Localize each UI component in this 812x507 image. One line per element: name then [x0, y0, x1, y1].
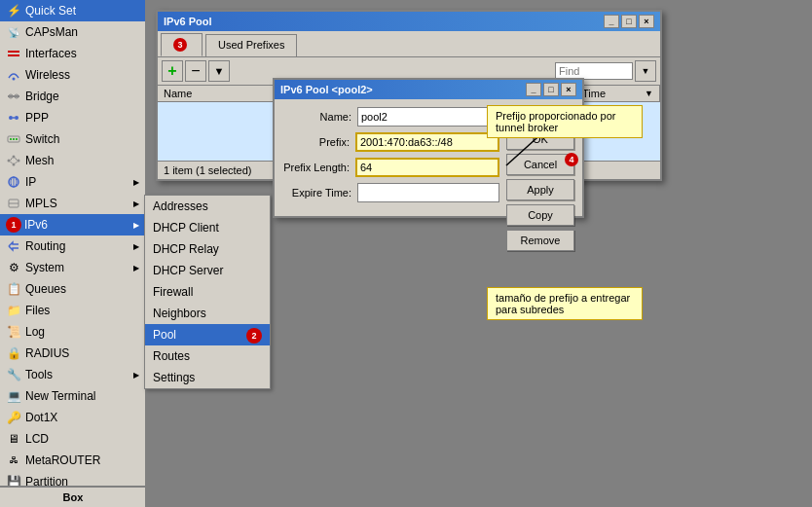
sidebar-item-log[interactable]: 📜 Log [0, 321, 145, 343]
submenu-dhcp-relay[interactable]: DHCP Relay [145, 238, 270, 260]
remove-button-dialog[interactable]: Remove [506, 230, 574, 251]
sidebar-item-lcd[interactable]: 🖥 LCD [0, 428, 145, 450]
submenu-pool[interactable]: Pool 2 [145, 324, 270, 345]
sidebar-label-wireless: Wireless [25, 68, 139, 82]
files-icon: 📁 [6, 303, 21, 318]
pool-window-maximize[interactable]: □ [621, 15, 637, 28]
sidebar-item-queues[interactable]: 📋 Queues [0, 278, 145, 300]
sidebar-item-mpls[interactable]: MPLS ▶ [0, 193, 145, 214]
field-input-expire-time[interactable] [357, 183, 499, 202]
sidebar-item-capsman[interactable]: 📡 CAPsMan [0, 21, 145, 43]
pool-dialog-title: IPv6 Pool <pool2> [280, 84, 373, 95]
prefix-callout: Prefijo proporcionado por tunnel broker [487, 105, 643, 138]
svg-line-19 [16, 162, 18, 163]
sidebar-label-tools: Tools [25, 368, 133, 381]
submenu-dhcp-server[interactable]: DHCP Server [145, 260, 270, 281]
sidebar-label-bridge: Bridge [25, 90, 139, 103]
sidebar-label-metarouter: MetaROUTER [25, 453, 139, 467]
svg-point-10 [10, 138, 12, 140]
badge-4-container: 4 [565, 152, 578, 166]
sidebar-item-quick-set[interactable]: ⚡ Quick Set [0, 0, 145, 21]
svg-point-13 [8, 160, 11, 163]
field-label-expire-time: Expire Time: [282, 187, 357, 199]
sidebar-item-ppp[interactable]: PPP [0, 107, 145, 128]
pool-window-close[interactable]: × [639, 15, 654, 28]
apply-button[interactable]: Apply [506, 179, 574, 200]
mpls-arrow: ▶ [133, 199, 139, 208]
sidebar-item-metarouter[interactable]: 🖧 MetaROUTER [0, 450, 145, 471]
sidebar-label-routing: Routing [25, 239, 133, 253]
prefix-length-callout-text: tamaño de prefijo a entregar para subred… [496, 292, 630, 315]
submenu-addresses[interactable]: Addresses [145, 196, 270, 217]
tools-arrow: ▶ [133, 371, 139, 380]
find-dropdown[interactable]: ▼ [635, 60, 656, 82]
col-name-label: Name [164, 88, 192, 99]
svg-point-11 [13, 138, 15, 140]
filter-button[interactable]: ▼ [208, 60, 230, 82]
sidebar-label-ipv6: IPv6 [24, 218, 133, 232]
sidebar-label-ip: IP [25, 175, 133, 189]
system-arrow: ▶ [133, 264, 139, 272]
badge-3: 3 [173, 38, 187, 52]
pool-dialog: IPv6 Pool <pool2> _ □ × Name: Prefix: [273, 78, 584, 218]
sidebar-item-bridge[interactable]: Bridge [0, 86, 145, 107]
tab-pools[interactable]: 3 [161, 33, 203, 56]
interfaces-icon [6, 46, 21, 61]
form-row-prefix: Prefix: [282, 132, 499, 152]
routing-icon [6, 238, 21, 254]
sidebar-item-dot1x[interactable]: 🔑 Dot1X [0, 407, 145, 428]
sidebar-label-files: Files [25, 304, 139, 317]
submenu-pool-label: Pool [153, 328, 176, 342]
sidebar-item-system[interactable]: ⚙ System ▶ [0, 257, 145, 278]
cancel-label: Cancel [524, 159, 557, 170]
submenu-firewall[interactable]: Firewall [145, 281, 270, 303]
svg-point-12 [16, 138, 18, 140]
routing-arrow: ▶ [133, 242, 139, 251]
sidebar-item-radius[interactable]: 🔒 RADIUS [0, 343, 145, 364]
mesh-icon [6, 153, 21, 168]
form-row-name: Name: [282, 107, 499, 127]
sidebar-item-tools[interactable]: 🔧 Tools ▶ [0, 364, 145, 385]
sidebar-item-routing[interactable]: Routing ▶ [0, 235, 145, 257]
sidebar-item-files[interactable]: 📁 Files [0, 300, 145, 321]
submenu-dhcp-client[interactable]: DHCP Client [145, 217, 270, 238]
quick-set-icon: ⚡ [6, 3, 21, 18]
pool-dialog-close[interactable]: × [561, 83, 576, 96]
copy-label: Copy [528, 209, 553, 221]
submenu-settings[interactable]: Settings [145, 367, 270, 388]
switch-icon [6, 131, 21, 147]
copy-button[interactable]: Copy [506, 204, 574, 226]
sidebar-item-new-terminal[interactable]: 💻 New Terminal [0, 385, 145, 407]
sidebar-item-ip[interactable]: IP ▶ [0, 171, 145, 193]
sidebar-item-mesh[interactable]: Mesh [0, 150, 145, 171]
log-icon: 📜 [6, 324, 21, 340]
pool-dialog-maximize[interactable]: □ [543, 83, 559, 96]
sidebar-item-ipv6[interactable]: 1 IPv6 ▶ [0, 214, 145, 235]
form-row-expire-time: Expire Time: [282, 183, 499, 202]
pool-dialog-minimize[interactable]: _ [526, 83, 541, 96]
field-input-prefix[interactable] [355, 132, 499, 152]
submenu-neighbors[interactable]: Neighbors [145, 303, 270, 324]
sidebar-label-ppp: PPP [25, 111, 139, 125]
sidebar-item-wireless[interactable]: Wireless [0, 64, 145, 86]
tools-icon: 🔧 [6, 367, 21, 382]
remove-button[interactable]: − [185, 60, 206, 82]
new-terminal-icon: 💻 [6, 388, 21, 404]
ipv6-arrow: ▶ [133, 221, 139, 230]
bridge-icon [6, 89, 21, 104]
field-input-prefix-length[interactable] [355, 158, 499, 177]
ip-arrow: ▶ [133, 178, 139, 187]
sidebar-item-switch[interactable]: Switch [0, 128, 145, 150]
form-row-prefix-length: Prefix Length: [282, 158, 499, 177]
svg-line-17 [11, 158, 13, 161]
capsman-icon: 📡 [6, 24, 21, 40]
radius-icon: 🔒 [6, 345, 21, 361]
sidebar-item-interfaces[interactable]: Interfaces [0, 43, 145, 64]
tab-used-prefixes[interactable]: Used Prefixes [205, 34, 297, 56]
submenu-routes[interactable]: Routes [145, 345, 270, 367]
add-button[interactable]: + [162, 60, 183, 82]
svg-point-6 [9, 116, 13, 120]
bottom-box-label: Box [63, 491, 84, 503]
field-input-name[interactable] [357, 107, 499, 127]
pool-window-minimize[interactable]: _ [604, 15, 619, 28]
